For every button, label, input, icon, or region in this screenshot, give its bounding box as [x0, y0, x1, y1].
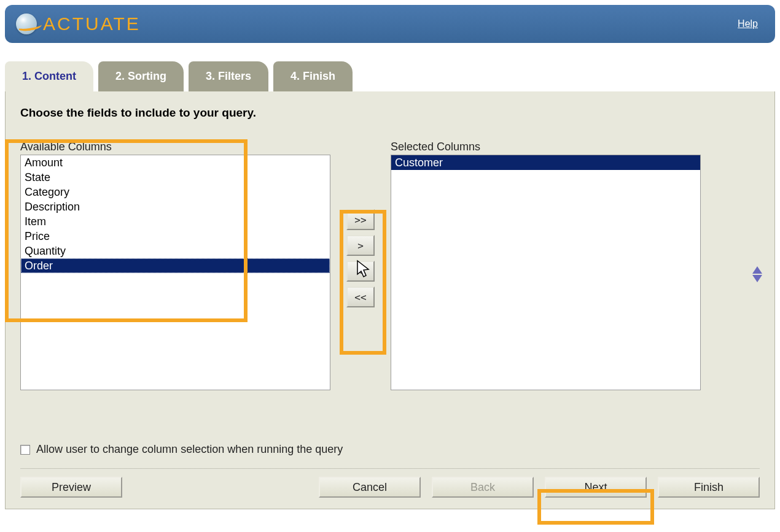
instruction-text: Choose the fields to include to your que…	[20, 106, 760, 120]
wizard-tabs: 1. Content 2. Sorting 3. Filters 4. Fini…	[5, 61, 775, 91]
cancel-button[interactable]: Cancel	[319, 477, 421, 498]
add-button[interactable]: >	[346, 235, 375, 256]
arrow-up-icon	[752, 266, 762, 274]
reorder-control[interactable]	[752, 266, 762, 282]
selected-label: Selected Columns	[391, 141, 701, 153]
swoosh-icon	[17, 20, 42, 32]
app-header: ACTUATE Help	[5, 5, 775, 43]
remove-button[interactable]: <	[346, 261, 375, 282]
arrow-down-icon	[752, 275, 762, 282]
selected-group: Selected Columns Customer	[391, 141, 701, 390]
next-button[interactable]: Next	[545, 477, 647, 498]
brand-logo: ACTUATE	[16, 13, 141, 34]
list-item[interactable]: Price	[21, 229, 330, 244]
wizard-panel: Choose the fields to include to your que…	[5, 91, 775, 509]
wizard-footer: Preview Cancel Back Next Finish	[20, 477, 760, 498]
list-item[interactable]: Amount	[21, 155, 330, 170]
column-selector: Available Columns AmountStateCategoryDes…	[20, 141, 760, 390]
footer-divider	[20, 468, 760, 469]
allow-change-checkbox[interactable]	[20, 445, 30, 455]
tab-content[interactable]: 1. Content	[5, 61, 93, 91]
tab-filters[interactable]: 3. Filters	[189, 61, 268, 91]
tab-sorting[interactable]: 2. Sorting	[98, 61, 184, 91]
preview-button[interactable]: Preview	[20, 477, 122, 498]
finish-button[interactable]: Finish	[658, 477, 760, 498]
available-group: Available Columns AmountStateCategoryDes…	[20, 141, 330, 390]
tab-finish[interactable]: 4. Finish	[273, 61, 353, 91]
list-item[interactable]: Category	[21, 185, 330, 199]
allow-change-row: Allow user to change column selection wh…	[20, 443, 760, 456]
back-button: Back	[432, 477, 534, 498]
list-item[interactable]: Description	[21, 199, 330, 214]
allow-change-label: Allow user to change column selection wh…	[36, 443, 343, 456]
list-item[interactable]: Item	[21, 214, 330, 229]
transfer-buttons: >> > < <<	[341, 141, 380, 307]
add-all-button[interactable]: >>	[346, 209, 375, 230]
available-label: Available Columns	[20, 141, 330, 153]
globe-icon	[16, 13, 37, 34]
list-item[interactable]: Order	[21, 258, 330, 273]
selected-listbox[interactable]: Customer	[391, 155, 701, 390]
list-item[interactable]: Quantity	[21, 244, 330, 258]
remove-all-button[interactable]: <<	[346, 287, 375, 307]
list-item[interactable]: State	[21, 170, 330, 185]
help-link[interactable]: Help	[738, 18, 758, 29]
brand-text: ACTUATE	[43, 13, 141, 34]
list-item[interactable]: Customer	[391, 155, 700, 170]
available-listbox[interactable]: AmountStateCategoryDescriptionItemPriceQ…	[20, 155, 330, 390]
